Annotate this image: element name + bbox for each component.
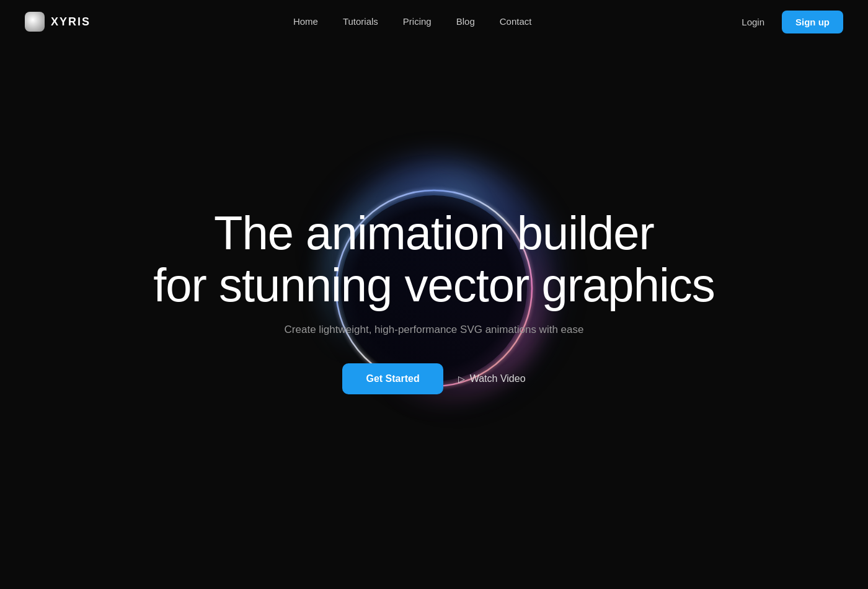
logo-icon bbox=[25, 12, 45, 32]
hero-subtitle: Create lightweight, high-performance SVG… bbox=[153, 324, 715, 336]
hero-buttons: Get Started ▷ Watch Video bbox=[153, 363, 715, 394]
login-button[interactable]: Login bbox=[734, 12, 772, 32]
hero-title-line1: The animation builder bbox=[214, 206, 654, 259]
get-started-button[interactable]: Get Started bbox=[342, 363, 443, 394]
nav-tutorials[interactable]: Tutorials bbox=[343, 16, 378, 27]
signup-button[interactable]: Sign up bbox=[782, 11, 843, 33]
play-icon: ▷ bbox=[458, 374, 465, 384]
nav-blog[interactable]: Blog bbox=[456, 16, 475, 27]
nav-contact[interactable]: Contact bbox=[500, 16, 532, 27]
hero-title-line2: for stunning vector graphics bbox=[153, 259, 715, 311]
hero-content: The animation builder for stunning vecto… bbox=[153, 195, 715, 394]
hero-title: The animation builder for stunning vecto… bbox=[153, 207, 715, 311]
watch-video-button[interactable]: ▷ Watch Video bbox=[458, 373, 526, 384]
logo-text: XYRIS bbox=[51, 16, 91, 29]
nav-actions: Login Sign up bbox=[734, 11, 843, 33]
nav-home[interactable]: Home bbox=[293, 16, 318, 27]
nav-links: Home Tutorials Pricing Blog Contact bbox=[293, 16, 532, 27]
logo[interactable]: XYRIS bbox=[25, 12, 91, 32]
watch-video-label: Watch Video bbox=[470, 373, 526, 384]
hero-section: The animation builder for stunning vecto… bbox=[0, 0, 868, 589]
nav-pricing[interactable]: Pricing bbox=[403, 16, 432, 27]
navbar: XYRIS Home Tutorials Pricing Blog Contac… bbox=[0, 0, 868, 43]
